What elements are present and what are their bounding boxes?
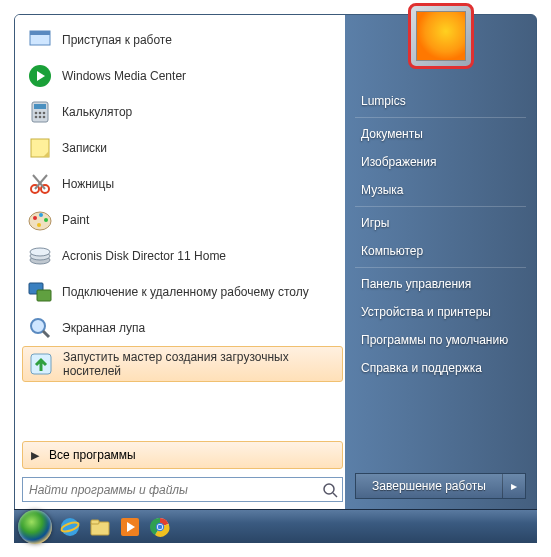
taskbar-media-player-icon[interactable] xyxy=(118,515,142,539)
paint-icon xyxy=(26,206,54,234)
user-picture-flower-icon xyxy=(416,11,466,61)
program-item-calculator[interactable]: Калькулятор xyxy=(22,94,343,130)
program-item-sticky-notes[interactable]: Записки xyxy=(22,130,343,166)
program-label: Acronis Disk Director 11 Home xyxy=(62,249,339,263)
program-label: Ножницы xyxy=(62,177,339,191)
program-item-snipping[interactable]: Ножницы xyxy=(22,166,343,202)
svg-point-20 xyxy=(39,213,43,217)
taskbar xyxy=(14,509,537,543)
right-item-computer[interactable]: Компьютер xyxy=(345,237,536,265)
start-menu-left-pane: Приступая к работе Windows Media Center … xyxy=(15,15,345,509)
svg-line-29 xyxy=(43,331,49,337)
chevron-right-icon[interactable]: ▸ xyxy=(503,479,525,493)
acronis-icon xyxy=(26,242,54,270)
svg-point-11 xyxy=(43,116,46,119)
program-item-boot-media-wizard[interactable]: Запустить мастер создания загрузочных но… xyxy=(22,346,343,382)
program-label: Paint xyxy=(62,213,339,227)
program-list: Приступая к работе Windows Media Center … xyxy=(22,22,343,439)
svg-point-19 xyxy=(33,216,37,220)
svg-point-6 xyxy=(35,112,38,115)
arrow-right-icon: ▶ xyxy=(31,449,39,462)
all-programs-button[interactable]: ▶ Все программы xyxy=(22,441,343,469)
user-picture[interactable] xyxy=(408,3,474,69)
getting-started-icon xyxy=(26,26,54,54)
right-item-default-programs[interactable]: Программы по умолчанию xyxy=(345,326,536,354)
right-item-help[interactable]: Справка и поддержка xyxy=(345,354,536,382)
sticky-notes-icon xyxy=(26,134,54,162)
program-item-acronis[interactable]: Acronis Disk Director 11 Home xyxy=(22,238,343,274)
search-icon[interactable] xyxy=(318,482,342,498)
right-item-documents[interactable]: Документы xyxy=(345,120,536,148)
program-item-remote-desktop[interactable]: Подключение к удаленному рабочему столу xyxy=(22,274,343,310)
svg-point-42 xyxy=(158,524,163,529)
boot-media-icon xyxy=(27,350,55,378)
svg-point-31 xyxy=(324,484,334,494)
program-item-media-center[interactable]: Windows Media Center xyxy=(22,58,343,94)
right-item-user[interactable]: Lumpics xyxy=(345,87,536,115)
svg-rect-36 xyxy=(91,520,99,524)
search-row xyxy=(22,477,343,502)
shutdown-label: Завершение работы xyxy=(356,479,502,493)
search-input[interactable] xyxy=(23,483,318,497)
right-item-devices-printers[interactable]: Устройства и принтеры xyxy=(345,298,536,326)
calculator-icon xyxy=(26,98,54,126)
program-label: Экранная лупа xyxy=(62,321,339,335)
svg-point-10 xyxy=(39,116,42,119)
remote-desktop-icon xyxy=(26,278,54,306)
right-item-control-panel[interactable]: Панель управления xyxy=(345,270,536,298)
svg-rect-5 xyxy=(34,104,46,109)
separator xyxy=(355,267,526,268)
program-label: Запустить мастер создания загрузочных но… xyxy=(63,350,338,379)
taskbar-ie-icon[interactable] xyxy=(58,515,82,539)
start-menu: Приступая к работе Windows Media Center … xyxy=(14,14,537,510)
svg-rect-27 xyxy=(37,290,51,301)
svg-point-25 xyxy=(30,248,50,256)
shutdown-button[interactable]: Завершение работы ▸ xyxy=(355,473,526,499)
svg-line-32 xyxy=(333,493,337,497)
svg-point-21 xyxy=(44,218,48,222)
program-item-paint[interactable]: Paint xyxy=(22,202,343,238)
program-label: Подключение к удаленному рабочему столу xyxy=(62,285,339,299)
svg-point-8 xyxy=(43,112,46,115)
taskbar-explorer-icon[interactable] xyxy=(88,515,112,539)
svg-point-28 xyxy=(31,319,45,333)
program-label: Записки xyxy=(62,141,339,155)
svg-point-9 xyxy=(35,116,38,119)
taskbar-chrome-icon[interactable] xyxy=(148,515,172,539)
program-label: Приступая к работе xyxy=(62,33,339,47)
start-button[interactable] xyxy=(18,510,52,544)
svg-point-7 xyxy=(39,112,42,115)
magnifier-icon xyxy=(26,314,54,342)
right-item-music[interactable]: Музыка xyxy=(345,176,536,204)
right-item-pictures[interactable]: Изображения xyxy=(345,148,536,176)
start-menu-right-pane: Lumpics Документы Изображения Музыка Игр… xyxy=(345,15,536,509)
svg-point-22 xyxy=(37,223,41,227)
separator xyxy=(355,206,526,207)
snipping-icon xyxy=(26,170,54,198)
media-center-icon xyxy=(26,62,54,90)
program-item-getting-started[interactable]: Приступая к работе xyxy=(22,22,343,58)
program-label: Windows Media Center xyxy=(62,69,339,83)
program-label: Калькулятор xyxy=(62,105,339,119)
program-item-magnifier[interactable]: Экранная лупа xyxy=(22,310,343,346)
svg-rect-1 xyxy=(30,31,50,35)
search-box[interactable] xyxy=(22,477,343,502)
right-item-games[interactable]: Игры xyxy=(345,209,536,237)
separator xyxy=(355,117,526,118)
all-programs-label: Все программы xyxy=(49,448,136,462)
